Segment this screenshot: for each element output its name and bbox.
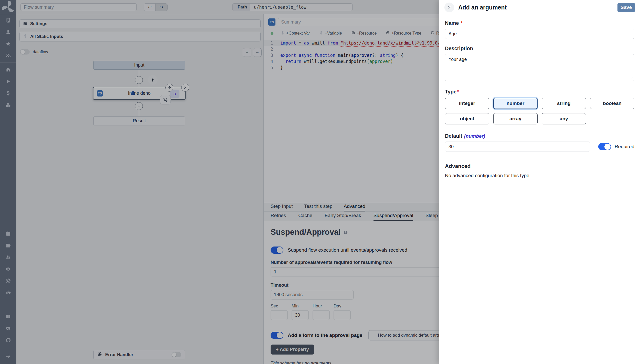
close-drawer-button[interactable]	[444, 3, 454, 12]
name-label: Name *	[445, 20, 634, 26]
type-button-object[interactable]: object	[445, 113, 489, 124]
type-label: Type *	[445, 89, 634, 95]
description-label: Description	[445, 46, 634, 51]
add-argument-drawer: Add an argument Save Name * Age Descript…	[439, 0, 640, 364]
default-label: Default (number)	[445, 133, 634, 139]
type-button-array[interactable]: array	[493, 113, 538, 124]
default-value-input[interactable]: 30	[445, 142, 590, 152]
description-textarea[interactable]: Your age	[445, 54, 634, 81]
type-button-number[interactable]: number	[493, 98, 538, 109]
advanced-heading: Advanced	[445, 163, 634, 169]
save-button[interactable]: Save	[617, 3, 635, 12]
windmill-flow-editor: ↶ ↷ Path u/henri/useable_flow Settings A…	[0, 0, 640, 364]
type-button-integer[interactable]: integer	[445, 98, 489, 109]
advanced-note: No advanced configuration for this type	[445, 173, 634, 178]
name-input[interactable]: Age	[445, 29, 634, 39]
required-toggle[interactable]	[598, 143, 611, 150]
type-button-any[interactable]: any	[542, 113, 586, 124]
resize-grip[interactable]	[630, 77, 633, 80]
required-label: Required	[615, 144, 634, 149]
type-button-boolean[interactable]: boolean	[590, 98, 634, 109]
type-button-string[interactable]: string	[542, 98, 586, 109]
drawer-title: Add an argument	[458, 4, 613, 11]
default-type-hint: (number)	[464, 133, 485, 139]
